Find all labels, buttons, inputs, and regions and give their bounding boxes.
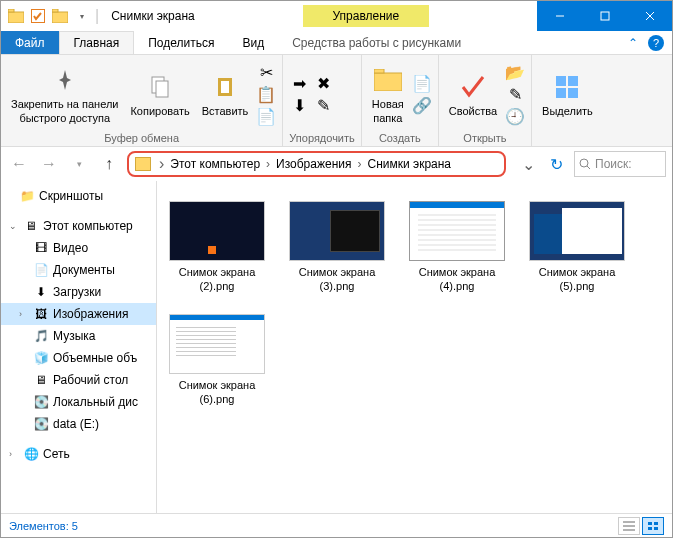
minimize-button[interactable] [537, 1, 582, 31]
svg-rect-1 [8, 9, 14, 12]
cut-icon[interactable]: ✂ [256, 63, 276, 83]
help-icon[interactable]: ? [648, 35, 664, 51]
properties-button[interactable]: Свойства [445, 69, 501, 120]
status-bar: Элементов: 5 [1, 513, 672, 537]
tree-item-datae[interactable]: 💽data (E:) [1, 413, 156, 435]
folder-icon [7, 7, 25, 25]
select-button[interactable]: Выделить [538, 69, 597, 120]
chevron-right-icon[interactable]: › [264, 157, 272, 171]
tree-item-network[interactable]: ›🌐Сеть [1, 443, 156, 465]
copy-button[interactable]: Копировать [126, 69, 193, 120]
pin-icon [49, 64, 81, 96]
pin-button[interactable]: Закрепить на панели быстрого доступа [7, 62, 122, 126]
checkmark-icon [457, 71, 489, 103]
thumbnail [169, 201, 265, 261]
svg-rect-10 [156, 81, 168, 97]
rename-icon[interactable]: ✎ [313, 96, 333, 116]
titlebar: ▾ | Снимки экрана Управление [1, 1, 672, 31]
paste-button[interactable]: Вставить [198, 69, 253, 120]
tree-item-3d[interactable]: 🧊Объемные объ [1, 347, 156, 369]
tree-item-screenshots[interactable]: 📁Скриншоты [1, 185, 156, 207]
network-icon: 🌐 [23, 446, 39, 462]
delete-icon[interactable]: ✖ [313, 74, 333, 94]
file-list: Снимок экрана (2).png Снимок экрана (3).… [157, 181, 672, 513]
chevron-down-icon[interactable]: ⌄ [9, 221, 19, 231]
newfolder-button[interactable]: Новая папка [368, 62, 408, 126]
history-icon[interactable]: 🕘 [505, 107, 525, 127]
file-item[interactable]: Снимок экрана (3).png [287, 201, 387, 294]
search-input[interactable]: Поиск: [574, 151, 666, 177]
file-item[interactable]: Снимок экрана (4).png [407, 201, 507, 294]
svg-rect-12 [221, 81, 229, 93]
tab-home[interactable]: Главная [59, 31, 135, 54]
video-icon: 🎞 [33, 240, 49, 256]
svg-line-20 [587, 166, 590, 169]
address-dropdown-icon[interactable]: ⌄ [518, 155, 538, 174]
tree-item-videos[interactable]: 🎞Видео [1, 237, 156, 259]
crumb-screenshots[interactable]: Снимки экрана [363, 155, 455, 173]
tree-item-pictures[interactable]: ›🖼Изображения [1, 303, 156, 325]
context-tab-header: Управление [303, 5, 430, 27]
maximize-button[interactable] [582, 1, 627, 31]
tree-item-thispc[interactable]: ⌄🖥Этот компьютер [1, 215, 156, 237]
tree-item-documents[interactable]: 📄Документы [1, 259, 156, 281]
ribbon-tabs: Файл Главная Поделиться Вид Средства раб… [1, 31, 672, 55]
thumbnail [529, 201, 625, 261]
thumbnail [409, 201, 505, 261]
svg-rect-17 [556, 88, 566, 98]
qat-dropdown-icon[interactable]: ▾ [73, 7, 91, 25]
tab-picture-tools[interactable]: Средства работы с рисунками [278, 31, 475, 54]
collapse-ribbon-icon[interactable]: ⌃ [628, 36, 638, 50]
crumb-thispc[interactable]: Этот компьютер [166, 155, 264, 173]
chevron-right-icon[interactable]: › [355, 157, 363, 171]
document-icon: 📄 [33, 262, 49, 278]
folder-icon [135, 157, 151, 171]
address-bar[interactable]: › Этот компьютер › Изображения › Снимки … [127, 151, 506, 177]
tree-item-desktop[interactable]: 🖥Рабочий стол [1, 369, 156, 391]
copypath-icon[interactable]: 📋 [256, 85, 276, 105]
tab-view[interactable]: Вид [228, 31, 278, 54]
disk-icon: 💽 [33, 416, 49, 432]
newitem-icon[interactable]: 📄 [412, 74, 432, 94]
folder-icon: 📁 [19, 188, 35, 204]
tab-file[interactable]: Файл [1, 31, 59, 54]
copyto-icon[interactable]: ⬇ [289, 96, 309, 116]
chevron-right-icon[interactable]: › [157, 155, 166, 173]
tab-share[interactable]: Поделиться [134, 31, 228, 54]
file-item[interactable]: Снимок экрана (2).png [167, 201, 267, 294]
svg-rect-26 [648, 527, 652, 530]
chevron-right-icon[interactable]: › [19, 309, 29, 319]
window-title: Снимки экрана [111, 9, 195, 23]
refresh-button[interactable]: ↻ [544, 155, 568, 174]
file-item[interactable]: Снимок экрана (5).png [527, 201, 627, 294]
item-count: Элементов: 5 [9, 520, 78, 532]
paste-icon [209, 71, 241, 103]
music-icon: 🎵 [33, 328, 49, 344]
svg-rect-14 [374, 69, 384, 73]
up-button[interactable]: ↑ [97, 152, 121, 176]
qat-checkbox-icon[interactable] [29, 7, 47, 25]
address-bar-row: ← → ▾ ↑ › Этот компьютер › Изображения ›… [1, 147, 672, 181]
recent-dropdown-icon[interactable]: ▾ [67, 152, 91, 176]
shortcut-icon[interactable]: 📄 [256, 107, 276, 127]
tree-item-downloads[interactable]: ⬇Загрузки [1, 281, 156, 303]
back-button[interactable]: ← [7, 152, 31, 176]
svg-rect-4 [52, 9, 58, 12]
file-item[interactable]: Снимок экрана (6).png [167, 314, 267, 407]
thumbnails-view-button[interactable] [642, 517, 664, 535]
crumb-pictures[interactable]: Изображения [272, 155, 355, 173]
close-button[interactable] [627, 1, 672, 31]
search-icon [579, 158, 591, 170]
forward-button[interactable]: → [37, 152, 61, 176]
moveto-icon[interactable]: ➡ [289, 74, 309, 94]
tree-item-localdisk[interactable]: 💽Локальный дис [1, 391, 156, 413]
details-view-button[interactable] [618, 517, 640, 535]
desktop-icon: 🖥 [33, 372, 49, 388]
easyaccess-icon[interactable]: 🔗 [412, 96, 432, 116]
tree-item-music[interactable]: 🎵Музыка [1, 325, 156, 347]
svg-rect-0 [8, 12, 24, 23]
open-icon[interactable]: 📂 [505, 63, 525, 83]
edit-icon[interactable]: ✎ [505, 85, 525, 105]
copy-icon [144, 71, 176, 103]
chevron-right-icon[interactable]: › [9, 449, 19, 459]
